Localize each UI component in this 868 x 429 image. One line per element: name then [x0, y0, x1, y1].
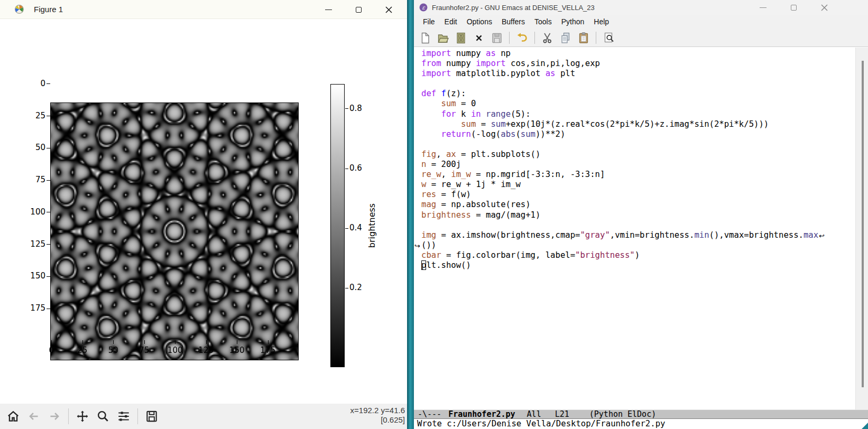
y-tick-mark — [47, 244, 50, 245]
copy-button[interactable] — [558, 31, 572, 45]
paste-button[interactable] — [576, 31, 590, 45]
line-wrap-right-icon: ↩ — [819, 231, 825, 241]
code-line: return(-log(abs(sum))**2) — [414, 129, 855, 139]
plot-heatmap-canvas[interactable] — [51, 103, 298, 360]
y-tick-mark — [47, 180, 50, 181]
code-line: re_w, im_w = np.mgrid[-3:3:n, -3:3:n] — [414, 170, 855, 180]
code-line: ↪()) — [414, 240, 855, 250]
code-line: def f(z): — [414, 89, 855, 99]
code-line: n = 200j — [414, 160, 855, 170]
x-tick-mark — [237, 340, 237, 344]
emacs-titlebar: ε Fraunhofer2.py - GNU Emacs at DENISE_V… — [414, 0, 868, 15]
emacs-scrollbar[interactable] — [855, 48, 868, 409]
figure-maximize-button[interactable] — [350, 4, 366, 15]
toolbar-separator — [596, 32, 596, 44]
code-line: import numpy as np — [414, 49, 855, 59]
menu-tools[interactable]: Tools — [530, 15, 557, 29]
minimize-icon — [325, 10, 332, 10]
magnifier-icon — [96, 409, 110, 423]
code-line: fig, ax = plt.subplots() — [414, 150, 855, 160]
home-icon — [6, 409, 20, 423]
x-tick-mark — [113, 340, 114, 344]
code-line — [414, 139, 855, 150]
forward-button[interactable] — [47, 408, 62, 424]
new-file-button[interactable] — [418, 31, 432, 45]
scrollbar-thumb[interactable] — [862, 61, 864, 387]
colorbar-tick-mark — [345, 108, 348, 109]
menu-options[interactable]: Options — [462, 15, 497, 29]
copy-documents-icon — [559, 32, 572, 44]
y-tick-mark — [47, 309, 50, 309]
colorbar-tick-label: 0.6 — [349, 163, 371, 173]
save-figure-button[interactable] — [144, 408, 160, 424]
close-icon — [821, 4, 828, 11]
pan-button[interactable] — [75, 408, 90, 424]
back-button[interactable] — [26, 408, 42, 424]
menu-file[interactable]: File — [418, 15, 440, 29]
configure-subplots-button[interactable] — [116, 408, 132, 424]
code-line: mag = np.absolute(res) — [414, 200, 855, 210]
colorbar-label: brightness — [367, 203, 377, 248]
open-folder-icon — [437, 32, 449, 44]
colorbar-tick-mark — [345, 228, 348, 229]
emacs-buffer[interactable]: import numpy as npfrom numpy import cos,… — [414, 48, 855, 409]
zoom-button[interactable] — [95, 408, 111, 424]
y-tick-mark — [47, 212, 50, 212]
menu-python[interactable]: Python — [557, 15, 589, 29]
save-buffer-button[interactable] — [490, 31, 504, 45]
x-tick-mark — [144, 340, 145, 344]
figure-minimize-button[interactable] — [320, 4, 336, 15]
x-tick-label: 175 — [256, 346, 280, 355]
emacs-echo-area: Wrote c:/Users/Denise Vella/Desktop/Frau… — [414, 419, 868, 429]
y-tick-label: 125 — [20, 239, 45, 249]
y-tick-label: 0 — [20, 79, 45, 89]
figure-titlebar: Figure 1 — [0, 0, 407, 19]
close-x-icon — [474, 33, 484, 43]
code-line: w = re_w + 1j * im_w — [414, 180, 855, 190]
x-tick-label: 100 — [163, 346, 187, 355]
echo-message: Wrote c:/Users/Denise Vella/Desktop/Frau… — [417, 419, 665, 428]
y-tick-label: 75 — [20, 175, 45, 185]
y-tick-mark — [47, 116, 50, 116]
code-line — [414, 220, 855, 230]
emacs-maximize-button[interactable] — [786, 2, 801, 13]
x-tick-label: 125 — [195, 346, 218, 355]
close-icon — [385, 6, 392, 13]
search-button[interactable] — [602, 31, 616, 45]
menu-buffers[interactable]: Buffers — [497, 15, 530, 29]
dired-button[interactable] — [454, 31, 468, 45]
emacs-window-title: Fraunhofer2.py - GNU Emacs at DENISE_VEL… — [432, 4, 595, 12]
emacs-logo-icon: ε — [419, 3, 428, 12]
code-line: cbar = fig.colorbar(img, label="brightne… — [414, 250, 855, 260]
emacs-close-button[interactable] — [816, 2, 832, 13]
code-line: for k in range(5): — [414, 109, 855, 119]
figure-close-button[interactable] — [381, 4, 396, 15]
y-tick-label: 175 — [20, 303, 45, 313]
line-wrap-left-icon: ↪ — [414, 241, 420, 251]
emacs-minimize-button[interactable] — [755, 2, 771, 13]
home-button[interactable] — [5, 408, 21, 424]
menu-edit[interactable]: Edit — [440, 15, 462, 29]
modeline-modes: (Python ElDoc) — [589, 409, 656, 419]
back-arrow-icon — [27, 409, 41, 423]
emacs-resize-grip[interactable] — [862, 423, 868, 429]
toolbar-separator — [68, 408, 69, 424]
x-tick-label: 50 — [101, 346, 125, 355]
menu-help[interactable]: Help — [589, 15, 614, 29]
colorbar-tick-label: 0.2 — [349, 283, 371, 293]
sliders-icon — [117, 409, 131, 423]
open-file-button[interactable] — [436, 31, 450, 45]
maximize-icon — [356, 7, 362, 13]
undo-button[interactable] — [515, 31, 529, 45]
matplotlib-logo-icon — [14, 4, 24, 14]
code-line: img = ax.imshow(brightness,cmap="gray",v… — [414, 230, 855, 240]
y-tick-mark — [47, 148, 50, 148]
modeline-position: All — [527, 409, 541, 419]
modeline-buffer-name: Fraunhofer2.py — [448, 409, 515, 419]
cut-button[interactable] — [540, 31, 555, 45]
clipboard-paste-icon — [577, 32, 590, 44]
figure-canvas: 0255075100125150175 0255075100125150175 … — [0, 20, 407, 404]
close-buffer-button[interactable] — [472, 31, 486, 45]
x-tick-label: 75 — [133, 346, 156, 355]
code-line: import matplotlib.pyplot as plt — [414, 69, 855, 79]
